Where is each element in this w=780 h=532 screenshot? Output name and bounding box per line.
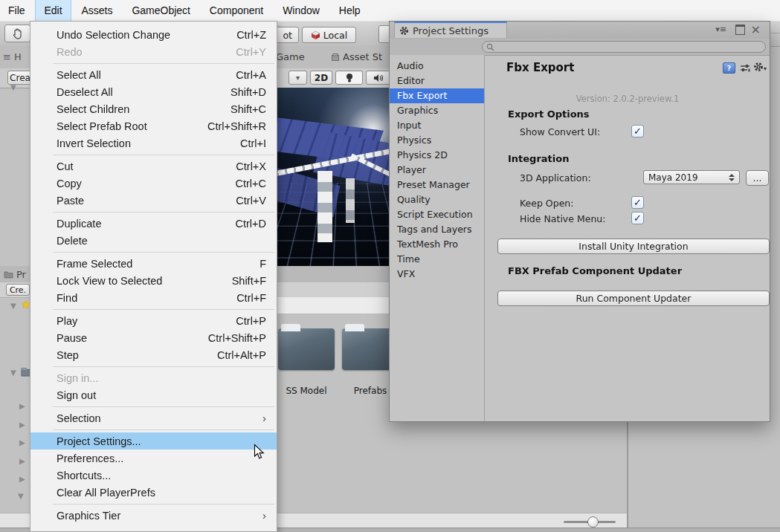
sidebar-item-quality[interactable]: Quality	[390, 192, 484, 207]
sidebar-item-input[interactable]: Input	[390, 118, 484, 133]
menu-item-undo-selection-change[interactable]: Undo Selection ChangeCtrl+Z	[30, 26, 277, 43]
menu-item-play[interactable]: PlayCtrl+P	[30, 312, 277, 329]
panel-divider[interactable]	[627, 422, 628, 528]
thumbnail-zoom-slider-knob[interactable]	[587, 516, 599, 528]
browse-button[interactable]: ...	[746, 170, 769, 186]
maximize-icon[interactable]	[735, 25, 745, 35]
favorites-collapse-icon[interactable]: ▼	[10, 302, 16, 310]
menu-item-label: Redo	[57, 46, 83, 58]
menu-item-step[interactable]: StepCtrl+Alt+P	[30, 346, 277, 363]
check-icon: ✓	[634, 126, 642, 136]
menu-item-copy[interactable]: CopyCtrl+C	[30, 175, 277, 192]
menu-component[interactable]: Component	[202, 0, 271, 21]
sidebar-item-editor[interactable]: Editor	[390, 74, 484, 88]
menu-item-duplicate[interactable]: DuplicateCtrl+D	[30, 215, 277, 232]
sidebar-item-physics[interactable]: Physics	[390, 133, 484, 148]
menu-item-select-children[interactable]: Select ChildrenShift+C	[30, 100, 277, 117]
menu-assets[interactable]: Assets	[73, 0, 120, 21]
mouse-cursor	[254, 444, 265, 461]
menu-item-select-prefab-root[interactable]: Select Prefab RootCtrl+Shift+R	[30, 117, 277, 134]
project-tab[interactable]: Pr	[4, 269, 26, 280]
show-convert-ui-checkbox[interactable]: ✓	[631, 125, 644, 137]
settings-gear-menu[interactable]: ▾	[753, 62, 767, 72]
menu-help[interactable]: Help	[331, 0, 369, 21]
menu-window[interactable]: Window	[274, 0, 328, 21]
menu-item-preferences[interactable]: Preferences...	[30, 450, 277, 467]
menu-item-label: Cut	[57, 160, 74, 172]
menu-item-graphics-tier[interactable]: Graphics Tier›	[30, 507, 277, 524]
menu-item-cut[interactable]: CutCtrl+X	[30, 158, 277, 175]
menu-item-find[interactable]: FindCtrl+F	[30, 289, 277, 306]
install-unity-integration-button[interactable]: Install Unity Integration	[497, 239, 770, 254]
chevron-down-icon: ▾	[296, 74, 300, 82]
sidebar-item-graphics[interactable]: Graphics	[390, 103, 484, 118]
gear-icon	[753, 62, 764, 72]
sidebar-item-time[interactable]: Time	[390, 252, 484, 267]
sidebar-item-preset-manager[interactable]: Preset Manager	[390, 178, 484, 192]
help-icon[interactable]: ?	[723, 62, 735, 74]
hierarchy-tab[interactable]: ≡ H	[3, 51, 22, 62]
menu-edit[interactable]: Edit	[36, 0, 70, 21]
window-menu-icon[interactable]: ▾≡	[715, 25, 726, 33]
3d-application-dropdown[interactable]: Maya 2019	[643, 170, 740, 184]
menu-item-redo[interactable]: RedoCtrl+Y	[30, 43, 277, 60]
menu-item-select-all[interactable]: Select AllCtrl+A	[30, 66, 277, 83]
menu-item-lock-view-to-selected[interactable]: Lock View to SelectedShift+F	[30, 272, 277, 289]
menu-item-shortcuts[interactable]: Shortcuts...	[30, 467, 277, 484]
menu-item-delete[interactable]: Delete	[30, 232, 277, 249]
project-create-button[interactable]: Cre.	[6, 284, 30, 296]
sidebar-item-tags-and-layers[interactable]: Tags and Layers	[390, 222, 484, 237]
sidebar-item-textmesh-pro[interactable]: TextMesh Pro	[390, 237, 484, 252]
folder-thumb-icon	[278, 328, 335, 370]
scene-view	[277, 88, 389, 266]
tab-game[interactable]: Game	[276, 51, 305, 62]
menu-item-pause[interactable]: PauseCtrl+Shift+P	[30, 329, 277, 346]
menu-item-sign-in[interactable]: Sign in...	[30, 369, 277, 386]
project-tab-label: Pr	[16, 269, 26, 280]
menu-item-frame-selected[interactable]: Frame SelectedF	[30, 255, 277, 272]
sidebar-item-vfx[interactable]: VFX	[390, 267, 484, 282]
tree-expand-icon[interactable]: ▶	[19, 457, 25, 465]
sidebar-item-audio[interactable]: Audio	[390, 59, 484, 74]
os-menu-bar: File Edit Assets GameObject Component Wi…	[0, 0, 780, 22]
sidebar-item-fbx-export[interactable]: Fbx Export	[390, 88, 484, 103]
menu-item-project-settings[interactable]: Project Settings...	[30, 432, 277, 450]
run-component-updater-button[interactable]: Run Component Updater	[497, 291, 770, 306]
toggle-2d-button[interactable]: 2D	[310, 71, 332, 85]
menu-item-paste[interactable]: PasteCtrl+V	[30, 192, 277, 209]
check-icon: ✓	[634, 198, 642, 207]
assets-collapse-icon[interactable]: ▼	[10, 369, 16, 377]
window-title-bar[interactable]: Project Settings ▾≡ ×	[390, 22, 770, 39]
local-button[interactable]: Local	[302, 27, 356, 43]
audio-toggle-button[interactable]	[366, 71, 391, 85]
tree-expand-icon[interactable]: ▶	[19, 402, 25, 410]
presets-icon[interactable]	[740, 63, 750, 73]
menu-item-invert-selection[interactable]: Invert SelectionCtrl+I	[30, 134, 277, 152]
sidebar-item-player[interactable]: Player	[390, 163, 484, 178]
hide-native-menu-checkbox[interactable]: ✓	[631, 212, 644, 224]
tab-asset-store[interactable]: Asset St	[331, 51, 382, 62]
render-mode-dropdown[interactable]: ▾	[289, 71, 307, 85]
keep-open-checkbox[interactable]: ✓	[631, 196, 644, 209]
close-icon[interactable]: ×	[751, 24, 761, 36]
sidebar-item-script-execution[interactable]: Script Execution	[390, 207, 484, 222]
list-icon: ≡	[3, 51, 11, 62]
menu-file[interactable]: File	[0, 0, 33, 21]
tree-expand-icon[interactable]: ▶	[19, 438, 25, 447]
menu-gameobject[interactable]: GameObject	[123, 0, 199, 21]
hierarchy-root-collapse-icon[interactable]: ▼	[10, 83, 16, 91]
install-button-label: Install Unity Integration	[578, 241, 688, 252]
tree-collapse-icon[interactable]: ▼	[18, 492, 24, 500]
menu-item-sign-out[interactable]: Sign out	[30, 386, 277, 403]
hand-tool-button[interactable]	[4, 25, 30, 42]
menu-item-shortcut: Ctrl+Z	[236, 29, 266, 41]
sidebar-item-physics-2d[interactable]: Physics 2D	[390, 148, 484, 163]
tree-expand-icon[interactable]: ▶	[19, 475, 25, 483]
menu-item-selection[interactable]: Selection›	[30, 409, 277, 426]
search-input[interactable]	[482, 41, 766, 53]
lighting-toggle-button[interactable]	[335, 71, 363, 85]
menu-item-deselect-all[interactable]: Deselect AllShift+D	[30, 83, 277, 100]
menu-item-clear-all-playerprefs[interactable]: Clear All PlayerPrefs	[30, 484, 277, 501]
window-tab-project-settings[interactable]: Project Settings	[394, 22, 507, 38]
tree-expand-icon[interactable]: ▶	[19, 421, 25, 429]
